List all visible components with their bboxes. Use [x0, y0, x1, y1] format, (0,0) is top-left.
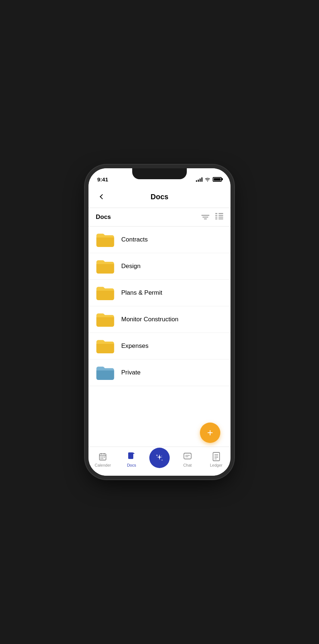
folder-name: Plans & Permit	[121, 289, 162, 297]
svg-rect-20	[129, 457, 131, 458]
notch	[132, 168, 187, 179]
folder-icon	[96, 365, 115, 381]
calender-label: Calender	[95, 463, 111, 467]
phone-frame: 9:41 Docs Docs	[88, 168, 231, 476]
svg-point-21	[156, 455, 158, 456]
svg-point-23	[161, 455, 162, 456]
folder-icon	[96, 232, 115, 248]
folder-icon	[96, 338, 115, 354]
folder-item[interactable]: Plans & Permit	[88, 280, 231, 306]
svg-rect-5	[218, 215, 223, 216]
folder-icon	[96, 311, 115, 327]
page-title: Docs	[151, 193, 169, 201]
chat-label: Chat	[183, 463, 192, 467]
svg-rect-1	[215, 215, 217, 216]
calender-icon	[98, 452, 107, 462]
svg-rect-27	[213, 452, 220, 461]
sparkle-icon	[154, 453, 165, 463]
header: Docs	[88, 186, 231, 208]
signal-icon	[196, 177, 202, 182]
folder-icon	[96, 285, 115, 301]
svg-rect-4	[218, 213, 223, 214]
folder-item[interactable]: Private	[88, 360, 231, 386]
docs-icon	[127, 452, 136, 462]
svg-rect-18	[129, 455, 132, 455]
svg-rect-19	[129, 456, 132, 456]
svg-rect-7	[218, 219, 223, 219]
status-time: 9:41	[97, 176, 108, 182]
folder-name: Expenses	[121, 342, 149, 350]
folder-icon	[96, 258, 115, 274]
svg-rect-12	[101, 457, 102, 458]
add-button[interactable]: +	[200, 423, 220, 443]
nav-item-calender[interactable]: Calender	[92, 452, 114, 467]
section-header: Docs	[88, 208, 231, 227]
folder-name: Contracts	[121, 236, 148, 243]
svg-rect-16	[102, 458, 103, 459]
folder-item[interactable]: Expenses	[88, 333, 231, 360]
nav-center-button[interactable]	[149, 448, 170, 468]
folder-list: Contracts Design Plans & Permit	[88, 227, 231, 386]
filter-button[interactable]	[201, 213, 209, 221]
docs-label: Docs	[127, 463, 136, 467]
svg-rect-0	[215, 213, 217, 214]
svg-rect-14	[104, 457, 105, 458]
folder-item[interactable]: Design	[88, 253, 231, 280]
svg-rect-15	[101, 458, 102, 459]
svg-point-22	[161, 459, 162, 460]
svg-rect-13	[102, 457, 103, 458]
svg-rect-3	[215, 219, 217, 219]
chat-icon	[183, 452, 192, 462]
nav-item-docs[interactable]: Docs	[121, 452, 142, 467]
back-button[interactable]	[96, 190, 109, 203]
plus-icon: +	[207, 428, 213, 438]
back-arrow-icon	[100, 194, 105, 199]
folder-item[interactable]: Monitor Construction	[88, 306, 231, 333]
battery-icon	[213, 177, 222, 182]
status-icons	[196, 177, 222, 182]
nav-item-ledger[interactable]: Ledger	[205, 452, 227, 467]
list-view-icon	[215, 213, 223, 220]
bottom-nav: Calender Docs	[88, 447, 231, 476]
section-title: Docs	[96, 213, 111, 221]
folder-name: Monitor Construction	[121, 316, 178, 323]
list-view-button[interactable]	[215, 213, 223, 221]
svg-rect-2	[215, 217, 217, 217]
svg-rect-24	[184, 453, 191, 459]
nav-item-chat[interactable]: Chat	[177, 452, 198, 467]
ledger-label: Ledger	[210, 463, 222, 467]
wifi-icon	[205, 177, 210, 181]
folder-item[interactable]: Contracts	[88, 227, 231, 253]
ledger-icon	[212, 452, 221, 462]
section-actions	[201, 213, 223, 221]
content-area: Docs	[88, 208, 231, 452]
folder-name: Private	[121, 369, 141, 376]
folder-name: Design	[121, 263, 141, 270]
svg-rect-6	[218, 217, 223, 217]
